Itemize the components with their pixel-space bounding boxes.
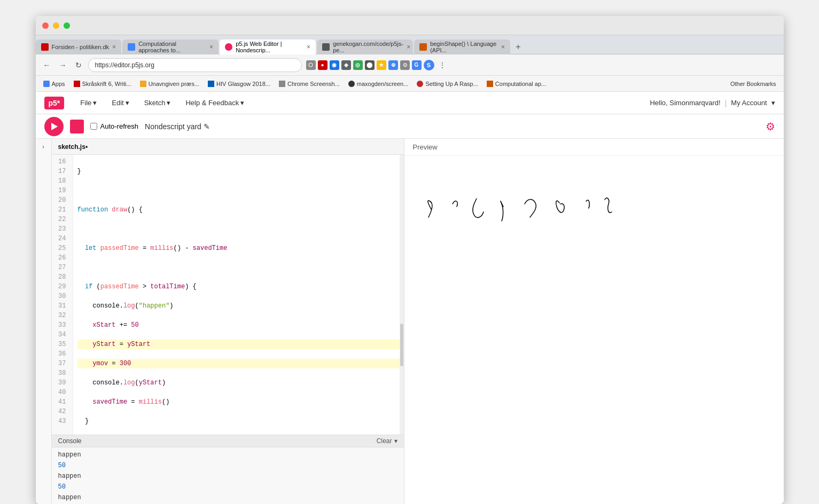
code-editor[interactable]: 16 17 18 19 20 21 22 23 24 25 26 27 (52, 155, 404, 435)
menu-sketch[interactable]: Sketch ▾ (141, 97, 174, 109)
tab-label-politiken: Forsiden - politiken.dk (52, 44, 110, 50)
menu-sketch-label: Sketch (144, 99, 166, 107)
header-greeting: Hello, Simonmarqvard! (650, 99, 720, 107)
new-tab-button[interactable]: + (511, 40, 525, 54)
address-input[interactable] (88, 58, 302, 72)
ext4-icon[interactable]: ⬤ (365, 60, 375, 70)
p5-toolbar: Auto-refresh Nondescript yard ✎ ⚙ (36, 114, 784, 139)
extension-icons: ⬡ ● ◉ ◈ ◎ ⬤ ★ ⊕ ⊙ G S ⋮ (306, 59, 448, 72)
bookmark-raspberry[interactable]: Setting Up A Rasp... (414, 80, 481, 88)
play-button[interactable] (44, 117, 64, 136)
menu-help-label: Help & Feedback (185, 99, 239, 107)
ext7-icon[interactable]: ⊙ (400, 60, 410, 70)
sidebar-toggle[interactable]: › (42, 143, 44, 151)
console-panel: Console Clear ▾ happen 50 happen 50 happ… (52, 435, 404, 504)
auto-refresh-label[interactable]: Auto-refresh (90, 122, 139, 130)
console-line-3: happen (58, 492, 397, 503)
sketch-edit-icon[interactable]: ✎ (204, 122, 210, 131)
console-output: happen 50 happen 50 happen 50 (52, 447, 404, 504)
code-content[interactable]: } function draw() { let passedTime = mil… (73, 155, 404, 435)
cast-icon[interactable]: ⬡ (306, 60, 316, 70)
bookmark-skraskrift-favicon (74, 81, 80, 87)
tab-favicon-computational (128, 43, 135, 51)
console-num-1: 50 (58, 460, 397, 471)
console-clear-button[interactable]: Clear ▾ (377, 437, 397, 445)
bookmark-maxogden[interactable]: maxogden/screen... (345, 80, 412, 88)
bookmark-hiv-favicon (208, 81, 214, 87)
sketch-name: Nondescript yard ✎ (145, 122, 210, 131)
p5-logo: p5* (44, 97, 65, 109)
menu-help[interactable]: Help & Feedback ▾ (182, 97, 247, 109)
menu-help-chevron: ▾ (240, 99, 244, 107)
bookmark-unavngiven[interactable]: Unavngiven præs... (137, 80, 202, 88)
menu-file[interactable]: File ▾ (77, 97, 100, 109)
forward-button[interactable]: → (57, 59, 69, 72)
sketch-name-text: Nondescript yard (145, 122, 201, 131)
tab-close-computational[interactable]: × (209, 43, 213, 51)
preview-canvas (404, 156, 784, 504)
my-account-link[interactable]: My Account (731, 99, 767, 107)
bookmark-apps-favicon (43, 81, 50, 87)
tab-close-beginshape[interactable]: × (501, 43, 505, 51)
tab-label-p5editor: p5.js Web Editor | Nondescrip... (236, 41, 303, 53)
ext2-icon[interactable]: ◈ (341, 60, 351, 70)
lastpass-icon[interactable]: ● (318, 60, 327, 70)
bookmark-raspberry-favicon (417, 81, 423, 87)
bookmark-chrome-favicon (279, 81, 285, 87)
browser-tab-politiken[interactable]: Forsiden - politiken.dk × (36, 40, 122, 54)
app-container: p5* File ▾ Edit ▾ Sketch ▾ Help & Feedba… (36, 92, 784, 504)
menu-dots-button[interactable]: ⋮ (436, 59, 448, 72)
browser-tab-beginshape[interactable]: beginShape() \ Language (API... × (414, 40, 510, 54)
menu-edit-label: Edit (112, 99, 123, 107)
reload-button[interactable]: ↻ (73, 59, 84, 72)
auto-refresh-checkbox[interactable] (90, 123, 97, 130)
bookmark-other-label: Other Bookmarks (730, 81, 776, 87)
bookmark-maxogden-favicon (348, 81, 355, 87)
bookmark-unavngiven-label: Unavngiven præs... (149, 81, 199, 87)
preview-label: Preview (413, 143, 438, 151)
browser-tabs-row: Forsiden - politiken.dk × Computational … (36, 35, 784, 54)
bookmark-skraskrift[interactable]: Skråskrift 6, Writi... (71, 80, 135, 88)
bookmark-other[interactable]: Other Bookmarks (727, 80, 779, 88)
title-bar (36, 16, 784, 35)
bookmark-hiv[interactable]: HIV Glasgow 2018... (205, 80, 274, 88)
console-line-1: happen (58, 450, 397, 460)
tab-favicon-beginshape (419, 43, 427, 51)
ext6-icon[interactable]: ⊕ (388, 60, 398, 70)
bookmark-chrome[interactable]: Chrome Screensh... (276, 80, 343, 88)
scrollbar-thumb[interactable] (400, 324, 403, 366)
ext3-icon[interactable]: ◎ (353, 60, 363, 70)
scrollbar-track (400, 155, 404, 435)
code-tab-label[interactable]: sketch.js• (58, 143, 88, 151)
maximize-window-button[interactable] (64, 22, 70, 29)
tab-close-genekogan[interactable]: × (407, 43, 410, 51)
bookmark-computational[interactable]: Computational ap... (483, 80, 549, 88)
bookmark-apps[interactable]: Apps (40, 80, 68, 88)
browser-tab-p5editor[interactable]: p5.js Web Editor | Nondescrip... × (220, 40, 316, 54)
browser-tab-genekogan[interactable]: genekogan.com/code/p5js-pe... × (317, 40, 413, 54)
google-icon[interactable]: G (412, 60, 422, 70)
ext1-icon[interactable]: ◉ (330, 60, 339, 70)
auto-refresh-text: Auto-refresh (100, 122, 139, 130)
my-account-chevron: ▾ (771, 99, 775, 107)
sketch-svg (420, 188, 645, 252)
minimize-window-button[interactable] (53, 22, 59, 29)
file-panel: › (36, 139, 52, 504)
browser-tab-computational[interactable]: Computational approaches to... × (122, 40, 219, 54)
tab-label-computational: Computational approaches to... (138, 41, 206, 53)
settings-icon[interactable]: ⚙ (766, 120, 775, 133)
close-window-button[interactable] (42, 22, 49, 29)
tab-close-p5editor[interactable]: × (307, 43, 310, 51)
menu-edit[interactable]: Edit ▾ (108, 97, 132, 109)
tab-close-politiken[interactable]: × (112, 43, 116, 51)
stop-button[interactable] (70, 120, 84, 133)
line-numbers: 16 17 18 19 20 21 22 23 24 25 26 27 (52, 155, 73, 435)
tab-label-genekogan: genekogan.com/code/p5js-pe... (333, 41, 403, 53)
menu-file-chevron: ▾ (93, 99, 97, 107)
ext5-icon[interactable]: ★ (377, 60, 386, 70)
tab-favicon-politiken (41, 43, 49, 51)
code-editor-wrapper[interactable]: 16 17 18 19 20 21 22 23 24 25 26 27 (52, 155, 404, 435)
profile-icon[interactable]: S (424, 60, 434, 70)
address-bar: ← → ↻ ⬡ ● ◉ ◈ ◎ ⬤ ★ ⊕ ⊙ G S ⋮ (36, 54, 784, 76)
back-button[interactable]: ← (41, 59, 53, 72)
